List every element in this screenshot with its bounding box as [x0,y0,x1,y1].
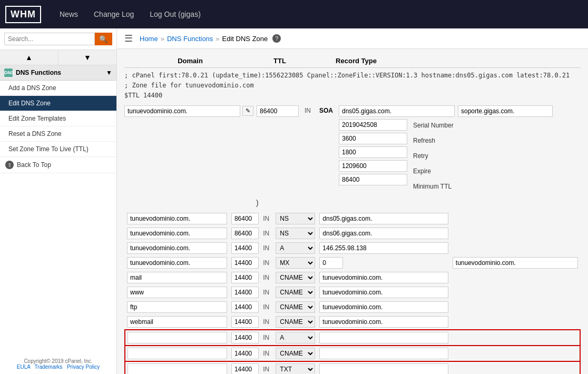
record-ttl-input[interactable] [231,332,259,343]
record-ttl-input[interactable] [231,228,259,239]
soa-ttl-input[interactable] [257,105,299,117]
table-row: INNSAMXCNAMETXT [125,314,580,330]
record-ttl-input[interactable] [231,242,259,254]
table-row: INNSAMXCNAMETXT [125,300,580,314]
record-domain-input[interactable] [127,228,227,239]
record-domain-input[interactable] [127,316,227,328]
record-type-select[interactable]: NSAMXCNAMETXT [276,316,315,328]
nav-news[interactable]: News [60,10,78,18]
sidebar-item-add-dns-zone[interactable]: Add a DNS Zone [0,81,116,96]
record-value-input[interactable] [319,301,448,313]
privacy-link[interactable]: Privacy Policy [67,364,100,370]
record-type-select[interactable]: NSAMXCNAMETXT [276,332,315,343]
record-in-label: IN [261,346,273,361]
record-value-input[interactable] [319,287,448,298]
soa-expire-label: Expire [413,165,454,178]
record-ttl-input[interactable] [231,257,259,269]
record-value-input[interactable] [319,272,448,283]
record-ttl-input[interactable] [231,348,259,359]
soa-minttl-input[interactable] [339,174,407,185]
record-ttl-input[interactable] [231,213,259,224]
record-type-select[interactable]: NSAMXCNAMETXT [276,242,315,254]
soa-serial-input[interactable] [339,119,407,131]
sidebar-item-set-zone-ttl[interactable]: Set Zone Time To Live (TTL) [0,142,116,157]
hamburger-icon[interactable]: ☰ [124,33,133,44]
search-input[interactable] [4,33,95,45]
record-ttl-input[interactable] [231,272,259,283]
sidebar-dns-section[interactable]: DNS DNS Functions ▼ [0,65,116,81]
record-domain-input[interactable] [128,348,227,359]
record-type-select[interactable]: NSAMXCNAMETXT [276,363,315,374]
table-row: INNSAMXCNAMETXT [125,285,580,300]
record-domain-input[interactable] [127,242,227,254]
sidebar-item-edit-dns-zone[interactable]: Edit DNS Zone [0,96,116,111]
record-value-input[interactable] [319,348,448,359]
record-type-select[interactable]: NSAMXCNAMETXT [276,228,315,239]
search-button[interactable]: 🔍 [95,33,112,45]
breadcrumb-section[interactable]: DNS Functions [167,35,213,43]
record-value-input[interactable] [319,332,448,343]
record-in-label: IN [261,270,273,285]
record-value-input[interactable] [453,257,578,269]
header-domain: Domain [124,57,256,65]
sidebar-item-edit-zone-templates[interactable]: Edit Zone Templates [0,111,116,126]
record-domain-input[interactable] [128,363,227,374]
record-ttl-input[interactable] [231,301,259,313]
record-priority-input[interactable] [319,257,343,269]
record-type-select[interactable]: NSAMXCNAMETXT [276,272,315,283]
soa-domain-input[interactable] [124,105,240,117]
record-type-select[interactable]: NSAMXCNAMETXT [276,301,315,313]
breadcrumb-home[interactable]: Home [140,35,158,43]
record-value-input[interactable] [319,228,448,239]
record-in-label: IN [261,285,273,300]
record-in-label: IN [261,361,273,374]
table-row: INNSAMXCNAMETXT [125,255,580,270]
soa-nameservers [339,105,553,117]
table-row: INNSAMXCNAMETXT [125,270,580,285]
record-ttl-input[interactable] [231,287,259,298]
soa-retry-label: Retry [413,150,454,163]
record-domain-input[interactable] [127,301,227,313]
soa-retry-input[interactable] [339,146,407,158]
zone-info-line2: ; Zone file for tunuevodominio.com [124,81,581,91]
record-type-select[interactable]: NSAMXCNAMETXT [276,257,315,269]
record-value-input[interactable] [319,213,448,224]
nav-logout[interactable]: Log Out (gigas) [150,10,201,18]
sidebar-section-label: DNS Functions [16,69,61,76]
soa-values-section: Serial Number Refresh Retry Expire Minim… [339,119,553,193]
trademarks-link[interactable]: Trademarks [35,364,63,370]
record-ttl-input[interactable] [231,316,259,328]
nav-down-button[interactable]: ▼ [58,50,116,65]
zone-info: ; cPanel first:78.0.21 (update_time):155… [124,71,581,101]
sidebar-search-area: 🔍 [0,28,116,50]
record-value-input[interactable] [319,363,448,374]
soa-domain-edit-button[interactable]: ✎ [242,106,253,116]
main-layout: 🔍 ▲ ▼ DNS DNS Functions ▼ Add a DNS Zone… [0,28,588,374]
soa-ns2-input[interactable] [458,105,553,117]
record-value-input[interactable] [319,242,448,254]
record-ttl-input[interactable] [231,363,259,374]
copyright-text: Copyright© 2019 cPanel, Inc. [4,358,112,364]
soa-expire-input[interactable] [339,160,407,172]
record-type-select[interactable]: NSAMXCNAMETXT [276,348,315,359]
soa-refresh-input[interactable] [339,133,407,144]
help-icon[interactable]: ? [272,34,281,43]
record-domain-input[interactable] [127,257,227,269]
table-row: INNSAMXCNAMETXT [125,361,580,374]
soa-ns1-input[interactable] [339,105,455,117]
sidebar-item-reset-dns-zone[interactable]: Reset a DNS Zone [0,126,116,142]
back-to-top[interactable]: ⇧ Back To Top [0,157,116,173]
zone-info-line3: $TTL 14400 [124,91,581,101]
eula-link[interactable]: EULA [17,364,31,370]
record-domain-input[interactable] [128,332,227,343]
back-to-top-icon: ⇧ [5,161,14,169]
record-domain-input[interactable] [127,213,227,224]
nav-changelog[interactable]: Change Log [94,10,134,18]
record-value-input[interactable] [319,316,448,328]
record-domain-input[interactable] [127,272,227,283]
record-type-select[interactable]: NSAMXCNAMETXT [276,287,315,298]
nav-up-button[interactable]: ▲ [0,50,58,65]
record-type-select[interactable]: NSAMXCNAMETXT [276,213,315,224]
record-domain-input[interactable] [127,287,227,298]
main-content: ☰ Home » DNS Functions » Edit DNS Zone ?… [117,28,588,374]
